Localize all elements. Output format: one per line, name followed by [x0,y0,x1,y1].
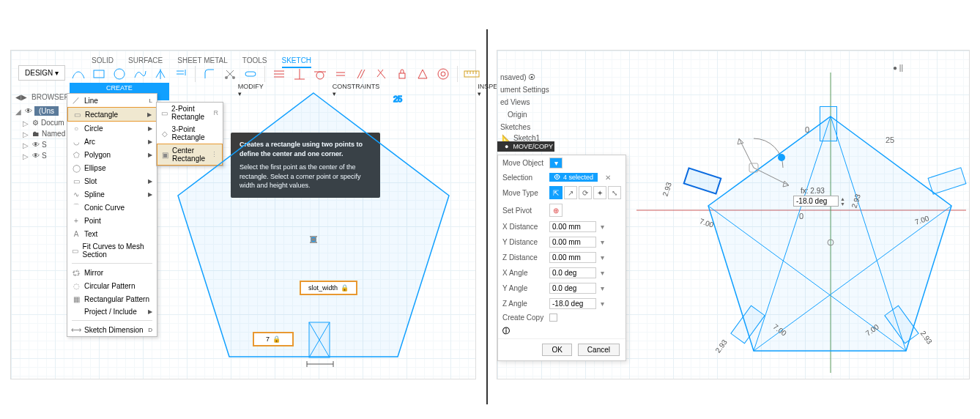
x-angle-input[interactable] [549,267,596,278]
sketches-label[interactable]: Sketches [497,121,552,133]
z-angle-input[interactable] [549,298,596,309]
svg-point-2 [225,76,228,79]
angle-input-widget[interactable]: ▲▼ [793,196,845,207]
unsaved-label[interactable]: nsaved) ⦿ [497,71,552,84]
svg-point-3 [232,76,235,79]
create-arc[interactable]: ◡Arc▶ [67,135,157,148]
z-distance-row: Z Distance▾ [498,250,626,265]
toolbar-sep [195,66,196,82]
move-ptpt-icon[interactable]: ⤡ [608,186,621,199]
clear-selection-icon[interactable]: ✕ [602,174,614,182]
z-distance-input[interactable] [549,252,596,263]
svg-rect-9 [464,71,479,77]
browser-row-s1[interactable]: ▷👁S [15,139,65,150]
create-slot[interactable]: ▭Slot▶ [67,174,157,188]
svg-point-11 [311,237,316,242]
create-text[interactable]: AText [67,227,157,240]
slot-rect[interactable] [307,320,336,364]
mirror-tool-icon[interactable] [152,65,169,83]
move-type-label: Move Type [502,189,545,197]
create-circle[interactable]: ○Circle▶ [67,122,157,135]
equal-constraint-icon[interactable] [332,65,349,83]
move-object-row: Move Object ▾ [498,155,626,171]
create-circ-pattern[interactable]: ◌Circular Pattern [67,279,157,292]
circle-tool-icon[interactable] [111,65,128,83]
create-mirror[interactable]: ⮔Mirror [67,266,157,279]
rectangle-tool-icon[interactable] [90,65,108,83]
left-app-panel: SOLID SURFACE SHEET METAL TOOLS SKETCH D… [10,50,476,379]
create-project[interactable]: Project / Include▶ [67,305,157,318]
move-object-label: Move Object [502,159,545,167]
move-translate-icon[interactable]: ↗ [564,186,577,199]
slot-width-value[interactable]: 7🔒 [253,332,294,346]
create-point[interactable]: +Point [67,214,157,227]
concentric-constraint-icon[interactable] [434,65,452,83]
create-line[interactable]: ／LineL [67,94,157,107]
set-pivot-row: Set Pivot ⊕ [498,201,626,219]
angle-spinner[interactable]: ▲▼ [840,196,845,207]
browser-row-doc[interactable]: ▷⚙Docum [15,117,65,128]
measure-tool-icon[interactable] [463,65,480,83]
collinear-constraint-icon[interactable] [373,65,390,83]
svg-point-27 [778,154,785,161]
trim-tool-icon[interactable] [221,65,239,83]
create-conic[interactable]: ⌒Conic Curve [67,201,157,214]
origin-label[interactable]: Origin [497,108,552,121]
create-polygon[interactable]: ⬠Polygon▶ [67,148,157,161]
move-point-icon[interactable]: ✦ [593,186,606,199]
selection-chip[interactable]: ⭗ 4 selected [549,173,598,182]
line-tool-icon[interactable] [70,65,87,83]
create-rectangle[interactable]: ▭Rectangle▶ [67,107,157,122]
collapse-icon[interactable]: ◀▶ [15,93,27,101]
tangent-constraint-icon[interactable] [311,65,329,83]
move-footer: OK Cancel [498,338,626,360]
dim-value: 7 [266,335,270,343]
browser-row-s2[interactable]: ▷👁S [15,150,65,161]
fix-constraint-icon[interactable] [393,65,411,83]
browser-row-root[interactable]: ◢👁(Uns [15,105,65,117]
slot-top[interactable] [820,106,837,141]
offset-tool-icon[interactable] [172,65,190,83]
create-fit-curves[interactable]: ▭Fit Curves to Mesh Section [67,240,157,261]
create-ellipse[interactable]: ◯Ellipse [67,161,157,174]
move-object-select[interactable]: ▾ [549,157,563,168]
design-workspace-button[interactable]: DESIGN ▾ [18,65,65,81]
toolbar-sep [457,66,458,82]
x-distance-row: X Distance▾ [498,219,626,234]
create-rect-pattern[interactable]: ▦Rectangular Pattern [67,292,157,305]
ok-button[interactable]: OK [542,344,571,356]
z-angle-row: Z Angle▾ [498,296,626,311]
lock-icon: 🔒 [341,284,349,292]
create-copy-checkbox[interactable] [549,314,557,322]
slot-tool-icon[interactable] [242,65,259,83]
move-copy-panel: Move Object ▾ Selection ⭗ 4 selected ✕ M… [497,155,626,361]
doc-settings-label[interactable]: ument Settings [497,84,552,96]
browser-row-named[interactable]: ▷🖿Named [15,128,65,139]
horiz-constraint-icon[interactable] [270,65,288,83]
spline-tool-icon[interactable] [131,65,149,83]
y-angle-input[interactable] [549,283,596,294]
svg-rect-0 [94,70,104,78]
angle-value-input[interactable] [793,196,839,207]
slot-width-label[interactable]: slot_width🔒 [300,281,357,295]
create-spline[interactable]: ∿Spline▶ [67,188,157,201]
browser-header[interactable]: ◀▶ BROWSER [15,93,70,101]
menu-sep [72,320,152,321]
move-type-row: Move Type ⇱ ↗ ⟳ ✦ ⤡ [498,184,626,201]
top-right-controls[interactable]: ● || [893,64,903,72]
lock-icon: 🔒 [272,335,281,343]
parallel-constraint-icon[interactable] [352,65,370,83]
create-dimension[interactable]: ⟷Sketch DimensionD [67,323,157,336]
cancel-button[interactable]: Cancel [578,344,620,356]
set-pivot-button[interactable]: ⊕ [549,204,563,217]
y-distance-input[interactable] [549,237,596,248]
perp-constraint-icon[interactable] [291,65,308,83]
named-views-label[interactable]: ed Views [497,96,552,108]
move-copy-header[interactable]: ●MOVE/COPY [497,141,554,152]
x-distance-input[interactable] [549,221,596,232]
move-rotate-icon[interactable]: ⟳ [579,186,592,199]
fillet-tool-icon[interactable] [201,65,218,83]
move-free-icon[interactable]: ⇱ [549,186,563,199]
symmetry-constraint-icon[interactable] [414,65,431,83]
y-angle-row: Y Angle▾ [498,281,626,296]
